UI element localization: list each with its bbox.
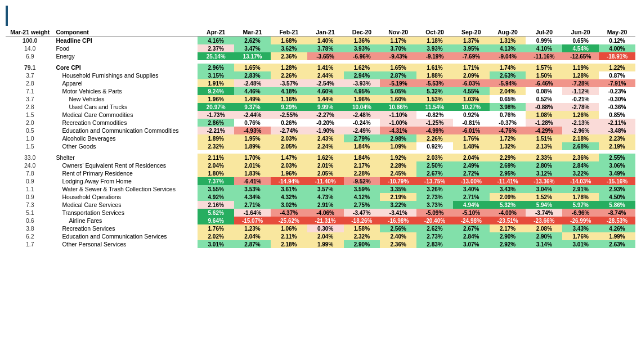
- value-cell: 4.34%: [234, 193, 271, 201]
- component-cell: Airline Fares: [54, 217, 198, 224]
- component-cell: Recreation Commodities: [54, 119, 198, 127]
- value-cell: 1.40%: [307, 37, 344, 45]
- value-cell: 4.10%: [526, 44, 562, 52]
- value-cell: 2.87%: [380, 71, 416, 79]
- value-cell: 3.02%: [271, 201, 307, 209]
- value-cell: 11.54%: [416, 103, 453, 111]
- value-cell: -24.98%: [453, 217, 490, 224]
- weight-cell: 24.0: [6, 161, 54, 169]
- value-cell: 2.67%: [416, 169, 453, 177]
- weight-cell: 0.5: [6, 127, 54, 134]
- value-cell: 2.98%: [380, 134, 416, 142]
- table-row: 100.0Headline CPI4.16%2.62%1.68%1.40%1.3…: [6, 37, 635, 45]
- value-cell: -23.66%: [526, 217, 562, 224]
- value-cell: 5.86%: [599, 201, 635, 209]
- weight-cell: 2.0: [6, 119, 54, 127]
- table-row: 6.9Energy25.14%13.17%2.36%-3.65%-6.96%-9…: [6, 52, 635, 60]
- value-cell: 2.19%: [380, 193, 416, 201]
- value-cell: 3.06%: [599, 161, 635, 169]
- table-row: 79.1Core CPI2.96%1.65%1.28%1.41%1.62%1.6…: [6, 64, 635, 71]
- table-row: 0.5Education and Communication Commoditi…: [6, 127, 635, 134]
- value-cell: 0.92%: [416, 142, 453, 150]
- weight-cell: 7.1: [6, 87, 54, 95]
- value-cell: 1.51%: [526, 134, 562, 142]
- value-cell: 2.90%: [526, 232, 562, 240]
- value-cell: -8.74%: [599, 209, 635, 217]
- value-cell: 2.84%: [453, 232, 490, 240]
- table-row: 7.8Rent of Primary Residence1.80%1.83%1.…: [6, 169, 635, 177]
- value-cell: 2.90%: [490, 232, 526, 240]
- table-row: 1.1Water & Sewer & Trash Collection Serv…: [6, 185, 635, 193]
- component-cell: New Vehicles: [54, 95, 198, 103]
- component-cell: Core CPI: [54, 64, 198, 71]
- table-body: 100.0Headline CPI4.16%2.62%1.68%1.40%1.3…: [6, 37, 635, 249]
- header-oct20: Oct-20: [416, 28, 453, 37]
- value-cell: 2.32%: [198, 142, 234, 150]
- value-cell: 1.84%: [344, 142, 380, 150]
- value-cell: 3.93%: [344, 44, 380, 52]
- value-cell: 3.78%: [307, 44, 344, 52]
- value-cell: 1.89%: [198, 134, 234, 142]
- value-cell: -1.00%: [380, 119, 416, 127]
- value-cell: 0.52%: [526, 95, 562, 103]
- weight-cell: 3.8: [6, 224, 54, 232]
- value-cell: 9.29%: [271, 103, 307, 111]
- value-cell: 0.65%: [490, 95, 526, 103]
- value-cell: -1.12%: [562, 87, 599, 95]
- value-cell: 10.86%: [380, 103, 416, 111]
- weight-cell: 6.2: [6, 232, 54, 240]
- value-cell: -5.09%: [416, 209, 453, 217]
- header-feb21: Feb-21: [271, 28, 307, 37]
- value-cell: 2.36%: [380, 240, 416, 248]
- value-cell: 1.91%: [198, 79, 234, 87]
- value-cell: -6.96%: [562, 209, 599, 217]
- weight-cell: 2.8: [6, 79, 54, 87]
- value-cell: 1.36%: [344, 37, 380, 45]
- value-cell: 2.69%: [490, 161, 526, 169]
- component-cell: Medical Care Services: [54, 201, 198, 209]
- value-cell: 2.40%: [380, 232, 416, 240]
- value-cell: 5.97%: [562, 201, 599, 209]
- value-cell: -6.01%: [453, 127, 490, 134]
- value-cell: 1.47%: [271, 154, 307, 161]
- value-cell: 0.85%: [599, 111, 635, 119]
- value-cell: 1.76%: [562, 232, 599, 240]
- value-cell: 3.12%: [526, 169, 562, 177]
- value-cell: 3.43%: [562, 224, 599, 232]
- value-cell: -3.74%: [526, 209, 562, 217]
- weight-cell: 1.5: [6, 111, 54, 119]
- value-cell: 2.44%: [307, 71, 344, 79]
- blue-accent-bar: [6, 6, 8, 26]
- table-row: 1.5Other Goods2.32%1.89%2.05%2.24%1.84%1…: [6, 142, 635, 150]
- value-cell: 0.65%: [562, 37, 599, 45]
- component-cell: Owners' Equivalent Rent of Residences: [54, 161, 198, 169]
- value-cell: 9.64%: [198, 217, 234, 224]
- value-cell: 1.99%: [307, 240, 344, 248]
- value-cell: 1.74%: [490, 64, 526, 71]
- value-cell: -3.65%: [307, 52, 344, 60]
- table-row: 33.0Shelter2.11%1.70%1.47%1.62%1.84%1.92…: [6, 154, 635, 161]
- component-cell: Food: [54, 44, 198, 52]
- value-cell: 2.91%: [307, 201, 344, 209]
- value-cell: -4.00%: [490, 209, 526, 217]
- value-cell: 5.94%: [526, 201, 562, 209]
- value-cell: 1.61%: [416, 64, 453, 71]
- value-cell: 2.24%: [307, 142, 344, 150]
- value-cell: 1.70%: [234, 154, 271, 161]
- component-cell: Education and Communication Commodities: [54, 127, 198, 134]
- value-cell: 2.19%: [599, 142, 635, 150]
- value-cell: 5.05%: [380, 87, 416, 95]
- value-cell: 10.27%: [453, 103, 490, 111]
- value-cell: -0.88%: [526, 103, 562, 111]
- value-cell: 1.03%: [453, 95, 490, 103]
- value-cell: 7.37%: [198, 177, 234, 185]
- value-cell: -4.31%: [380, 127, 416, 134]
- value-cell: 3.57%: [307, 185, 344, 193]
- value-cell: 0.30%: [307, 224, 344, 232]
- value-cell: -2.54%: [307, 79, 344, 87]
- header-jul20: Jul-20: [526, 28, 562, 37]
- value-cell: -2.74%: [271, 127, 307, 134]
- value-cell: -6.03%: [453, 79, 490, 87]
- value-cell: 2.84%: [562, 161, 599, 169]
- value-cell: 2.63%: [490, 71, 526, 79]
